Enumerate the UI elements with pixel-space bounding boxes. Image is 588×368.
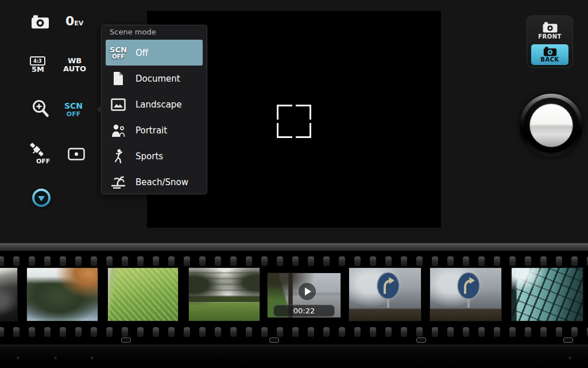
- gps-tagging-button[interactable]: OFF: [26, 142, 52, 167]
- film-sprocket-hole: [354, 327, 361, 337]
- film-sprocket-hole: [122, 327, 128, 337]
- menu-title: Scene mode: [102, 25, 207, 40]
- back-camera-icon: [543, 47, 557, 56]
- filmstrip-thumbnail-car-photo[interactable]: [0, 268, 17, 321]
- wb-label-line1: WB: [63, 57, 86, 65]
- reflection-dot: [54, 356, 57, 359]
- flash-settings-button[interactable]: [31, 14, 49, 32]
- focus-bracket: [277, 105, 311, 138]
- film-sprocket-hole: [339, 327, 345, 337]
- resolution-button[interactable]: 4:3 5M: [30, 56, 45, 74]
- film-sprocket-hole: [292, 327, 299, 337]
- film-sprocket-hole: [230, 327, 237, 337]
- reflection-dot: [17, 356, 20, 359]
- video-duration: 00:22: [293, 306, 315, 315]
- film-sprocket-hole: [246, 327, 252, 337]
- film-sprocket-hole: [199, 256, 206, 266]
- film-sprocket-hole: [339, 256, 345, 266]
- wb-label-line2: AUTO: [63, 65, 86, 73]
- scene-option-document[interactable]: Document: [106, 66, 203, 91]
- filmstrip-thumbnail-turn-right-sign-photo[interactable]: [349, 268, 421, 321]
- scn-off-badge-icon: SCN OFF: [110, 46, 127, 60]
- scene-option-portrait[interactable]: Portrait: [106, 117, 203, 143]
- sports-icon: [112, 149, 125, 163]
- document-icon: [112, 71, 125, 86]
- scene-option-beach-snow[interactable]: Beach/Snow: [106, 169, 203, 195]
- collapse-settings-button[interactable]: [32, 189, 51, 207]
- scene-option-sports[interactable]: Sports: [106, 143, 203, 169]
- scene-option-off[interactable]: SCN OFF Off: [106, 40, 203, 66]
- film-sprocket-hole: [416, 256, 423, 266]
- filmstrip[interactable]: 00:22: [0, 251, 588, 344]
- focus-mode-button[interactable]: [68, 148, 85, 163]
- film-sprocket-hole: [75, 256, 82, 266]
- film-sprocket-hole: [199, 327, 206, 337]
- film-frame-marker: [269, 338, 279, 343]
- film-frame-marker: [416, 338, 426, 343]
- filmstrip-thumbnail-glass-building-photo[interactable]: [512, 268, 583, 321]
- exposure-button[interactable]: 0 EV: [65, 15, 83, 28]
- film-sprocket-hole: [153, 256, 159, 266]
- focus-frame-icon: [68, 148, 85, 160]
- filmstrip-thumbnail-green-hedge-photo[interactable]: [108, 268, 178, 321]
- filmstrip-thumbnail-road-video[interactable]: 00:22: [268, 273, 341, 317]
- film-sprocket-hole: [556, 327, 562, 337]
- film-sprocket-hole: [137, 327, 144, 337]
- chevron-down-icon: [38, 196, 45, 201]
- front-camera-button[interactable]: FRONT: [527, 18, 572, 43]
- film-sprocket-hole: [494, 256, 500, 266]
- film-sprocket-hole: [525, 256, 531, 266]
- back-camera-button[interactable]: BACK: [531, 44, 568, 65]
- film-sprocket-hole: [556, 256, 562, 266]
- magnifier-plus-icon: [31, 99, 51, 120]
- scene-mode-menu: Scene mode SCN OFF Off Document: [101, 25, 207, 194]
- film-sprocket-hole: [75, 327, 82, 337]
- camera-app: { "colors": { "accent_cyan": "#52c5e8", …: [0, 0, 588, 368]
- film-sprocket-hole: [184, 256, 190, 266]
- scene-mode-button[interactable]: SCN OFF: [64, 102, 83, 118]
- filmstrip-lower-shadow: [0, 344, 588, 368]
- film-sprocket-hole: [261, 256, 268, 266]
- portrait-icon: [111, 124, 126, 137]
- resolution-megapixels: 5M: [30, 65, 45, 74]
- film-sprocket-hole: [509, 256, 516, 266]
- film-sprocket-hole: [540, 256, 547, 266]
- film-sprocket-hole: [308, 256, 314, 266]
- film-sprocket-hole: [354, 256, 361, 266]
- film-sprocket-hole: [122, 256, 128, 266]
- film-sprocket-hole: [401, 327, 407, 337]
- film-sprocket-hole: [29, 256, 35, 266]
- filmstrip-top-bar: [0, 243, 588, 251]
- film-sprocket-hole: [323, 256, 330, 266]
- film-sprocket-hole: [370, 256, 376, 266]
- film-sprocket-hole: [432, 327, 438, 337]
- shutter-button[interactable]: [520, 94, 583, 157]
- film-sprocket-hole: [0, 256, 4, 266]
- filmstrip-thumbnail-trees-and-building-photo[interactable]: [27, 268, 98, 321]
- white-balance-button[interactable]: WB AUTO: [63, 57, 86, 73]
- scn-state: OFF: [64, 110, 83, 118]
- filmstrip-thumbnail-turn-right-sign-photo-2[interactable]: [430, 268, 501, 321]
- scene-option-landscape[interactable]: Landscape: [106, 91, 203, 117]
- scn-label: SCN: [64, 102, 83, 110]
- film-sprocket-hole: [478, 327, 485, 337]
- turn-right-sign: [376, 271, 401, 308]
- film-sprocket-hole: [13, 256, 20, 266]
- film-sprocket-hole: [292, 256, 299, 266]
- film-sprocket-hole: [370, 327, 376, 337]
- film-sprocket-hole: [230, 256, 237, 266]
- film-sprocket-hole: [0, 327, 4, 337]
- filmstrip-thumbnail-apartment-lawn-photo[interactable]: [189, 268, 260, 321]
- film-sprocket-hole: [385, 327, 392, 337]
- film-sprocket-hole: [168, 256, 175, 266]
- zoom-button[interactable]: [31, 99, 51, 122]
- film-sprocket-hole: [215, 327, 221, 337]
- film-sprocket-hole: [91, 256, 97, 266]
- film-sprocket-hole: [416, 327, 423, 337]
- film-sprocket-hole: [509, 327, 516, 337]
- film-sprocket-hole: [91, 327, 97, 337]
- beach-snow-icon: [110, 176, 126, 189]
- film-sprocket-hole: [494, 327, 500, 337]
- film-sprocket-hole: [432, 256, 438, 266]
- film-sprocket-hole: [246, 256, 252, 266]
